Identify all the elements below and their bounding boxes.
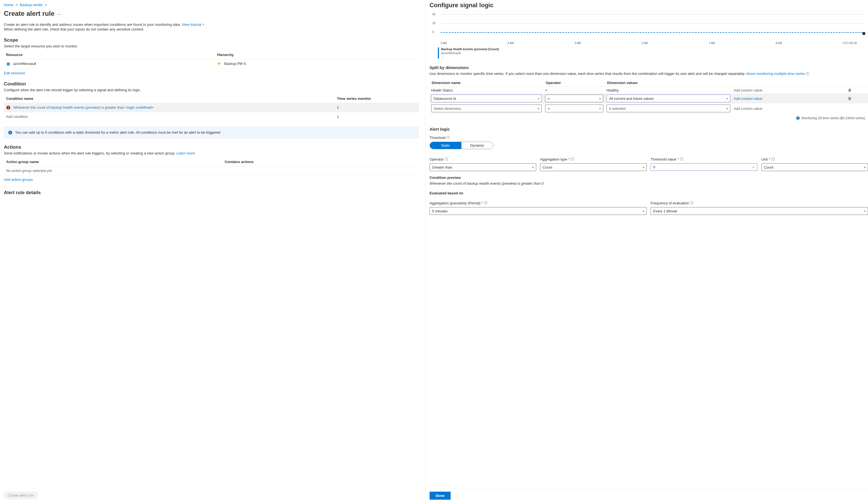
scope-table: Resource Hierarchy azurefilesvault Backu… <box>4 50 419 69</box>
breadcrumb-backup-center[interactable]: Backup center <box>20 3 43 7</box>
breadcrumb-sep: > <box>45 3 47 7</box>
info-icon: i <box>796 116 800 120</box>
add-custom-value[interactable]: Add custom value <box>734 97 762 101</box>
col-action-group: Action group name <box>4 158 223 167</box>
metric-chart: 40 20 0 <box>432 13 865 40</box>
col-dim-values: Dimension values <box>605 79 732 87</box>
col-contains-actions: Contains actions <box>223 158 419 167</box>
unit-label: Unit <box>761 157 768 161</box>
scope-sub: Select the target resource you wish to m… <box>4 44 419 48</box>
alert-rule-details-heading: Alert rule details <box>4 190 419 195</box>
svg-rect-1 <box>219 63 221 64</box>
condition-table: Condition name Time series monitor Whene… <box>4 94 419 121</box>
view-tutorial-link[interactable]: View tutorial + <box>182 22 204 27</box>
info-icon[interactable]: ⓘ <box>445 157 448 162</box>
frequency-label: Frequency of evaluation <box>651 201 689 205</box>
col-condition-name: Condition name <box>4 94 335 103</box>
add-condition-row[interactable]: Add condition 1 <box>4 112 419 121</box>
configure-signal-logic-title: Configure signal logic <box>430 2 868 9</box>
dim-values-select[interactable]: All current and future values▾ <box>607 94 730 102</box>
col-dim-name: Dimension name <box>430 79 544 87</box>
info-icon[interactable]: ⓘ <box>806 72 809 76</box>
aggregation-select[interactable]: Count▾ <box>540 163 647 171</box>
actions-learn-more-link[interactable]: Learn more <box>176 151 195 155</box>
dim-values-select[interactable]: 0 selected▾ <box>607 104 730 112</box>
threshold-label: Threshold <box>430 135 446 140</box>
intro-text: Create an alert rule to identify and add… <box>4 22 419 27</box>
delete-icon[interactable]: 🗑 <box>848 96 852 101</box>
actions-heading: Actions <box>4 144 419 150</box>
check-icon: ✓ <box>752 165 755 169</box>
info-icon[interactable]: ⓘ <box>446 135 450 140</box>
svg-rect-3 <box>8 107 9 108</box>
chevron-down-icon: ▾ <box>532 166 534 169</box>
chart-x-ticks: 3 AM 4 AM 5 AM 6 AM 7 AM 8 AM UTC+05:30 <box>441 42 857 44</box>
alert-logic-heading: Alert logic <box>430 127 868 131</box>
frequency-select[interactable]: Every 1 Minute▾ <box>651 207 868 215</box>
condition-row[interactable]: Whenever the count of backup health even… <box>4 103 419 112</box>
col-time-series: Time series monitor <box>335 94 419 103</box>
chart-end-marker <box>862 32 865 35</box>
info-icon[interactable]: ⓘ <box>680 157 683 162</box>
info-icon[interactable]: ⓘ <box>484 201 487 205</box>
chevron-down-icon: ▾ <box>643 166 644 169</box>
dim-name-select[interactable]: Datasource Id▾ <box>431 94 542 102</box>
add-custom-value[interactable]: Add custom value <box>734 88 762 92</box>
actions-sub: Send notifications or invoke actions whe… <box>4 151 419 155</box>
threshold-toggle[interactable]: Static Dynamic <box>430 142 493 149</box>
aggregation-granularity-select[interactable]: 5 minutes▾ <box>430 207 647 215</box>
edit-resource-link[interactable]: Edit resource <box>4 71 25 75</box>
action-row-empty: No action group selected yet <box>4 167 419 175</box>
info-icon[interactable]: ⓘ <box>571 157 574 162</box>
dim-name-select[interactable]: Select dimension▾ <box>431 104 542 112</box>
threshold-static[interactable]: Static <box>430 142 462 149</box>
info-icon[interactable]: ⓘ <box>771 157 775 162</box>
chevron-down-icon: ▾ <box>599 97 601 100</box>
operator-select[interactable]: =▾ <box>545 104 603 112</box>
condition-sub: Configure when the alert rule should tri… <box>4 88 419 92</box>
svg-rect-4 <box>8 108 9 109</box>
resource-row[interactable]: azurefilesvault Backup PM S <box>4 59 419 69</box>
about-monitoring-link[interactable]: About monitoring multiple time series <box>746 72 805 76</box>
info-icon[interactable]: ⓘ <box>690 201 693 205</box>
unit-select[interactable]: Count▾ <box>761 163 868 171</box>
delete-icon[interactable]: 🗑 <box>848 88 852 92</box>
dim-row-new: Select dimension▾ =▾ 0 selected▾ Add cus… <box>430 103 868 113</box>
col-hierarchy: Hierarchy <box>215 50 419 59</box>
page-title: Create alert rule··· <box>4 10 419 18</box>
chevron-down-icon: ▾ <box>864 210 866 213</box>
evaluated-based-on-heading: Evaluated based on <box>430 191 868 195</box>
threshold-value-input[interactable]: 0✓ <box>651 163 757 171</box>
col-operator: Operator <box>544 79 605 87</box>
done-button[interactable]: Done <box>430 492 451 500</box>
operator-select[interactable]: =▾ <box>545 94 603 102</box>
chevron-down-icon: ▾ <box>538 107 539 110</box>
aggregation-granularity-label: Aggregation granularity (Period) <box>430 201 480 205</box>
condition-info-banner: i You can add up to 5 conditions with a … <box>4 127 419 138</box>
chevron-down-icon: ▾ <box>599 107 601 110</box>
threshold-value-label: Threshold value <box>651 157 676 161</box>
breadcrumb-home[interactable]: Home <box>4 3 13 7</box>
breadcrumb: Home > Backup center > <box>4 2 419 9</box>
vault-icon <box>6 62 11 66</box>
more-icon[interactable]: ··· <box>57 12 62 17</box>
monitoring-note: i Monitoring 28 time series ($0.1/time s… <box>430 116 865 120</box>
operator-select[interactable]: Greater than▾ <box>430 163 536 171</box>
add-custom-value[interactable]: Add custom value <box>734 107 762 111</box>
aggregation-label: Aggregation type <box>540 157 567 161</box>
chevron-down-icon: ▾ <box>726 97 728 100</box>
dim-row-datasource-id: Datasource Id▾ =▾ All current and future… <box>430 93 868 103</box>
svg-text:i: i <box>10 131 11 134</box>
dim-row-health-status: Health Status = Healthy Add custom value… <box>430 87 868 94</box>
chevron-down-icon: ▾ <box>643 210 644 213</box>
create-alert-rule-button: Create alert rule <box>4 492 38 499</box>
intro-text-2: When defining the alert rule, check that… <box>4 27 419 31</box>
operator-label: Operator <box>430 157 444 161</box>
col-resource: Resource <box>4 50 215 59</box>
threshold-dynamic[interactable]: Dynamic <box>462 142 493 149</box>
scope-heading: Scope <box>4 38 419 43</box>
info-icon: i <box>8 130 12 135</box>
add-action-groups-link[interactable]: Add action groups <box>4 178 33 182</box>
key-icon <box>217 62 221 66</box>
dimensions-table: Dimension name Operator Dimension values… <box>430 79 868 113</box>
